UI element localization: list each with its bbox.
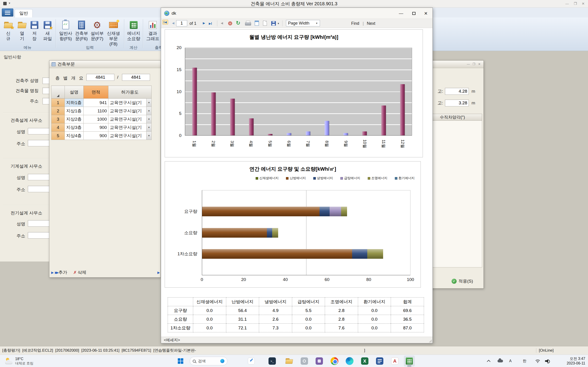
close-icon[interactable]: ✕ — [477, 62, 481, 66]
word-app-icon[interactable] — [374, 356, 385, 367]
header-cell — [168, 298, 193, 306]
edge-icon[interactable] — [344, 356, 355, 367]
export-caret-icon[interactable]: ▼ — [277, 22, 279, 25]
equipment-section-button[interactable]: ⚙ 설비부 문(F7) — [90, 19, 105, 41]
building-section-button[interactable]: 건축부 문(F6) — [74, 19, 89, 41]
zoom-select[interactable]: Page Width ▼ — [286, 20, 320, 26]
dropdown-arrow-icon[interactable]: ▼ — [146, 115, 151, 123]
row-number[interactable]: 5 — [52, 132, 65, 140]
resize-grip[interactable] — [428, 339, 432, 342]
floor-area-cell[interactable]: 941 — [84, 99, 108, 107]
main-titlebar[interactable]: ▾ 건축물 에너지 소비 총량제 Ver 2018.901.3 — ❐ ✕ — [0, 0, 588, 8]
floor-area-cell[interactable]: 900 — [84, 132, 108, 140]
height-input-2[interactable] — [445, 100, 469, 106]
back-icon[interactable]: ◀ — [221, 21, 223, 25]
use-combo-cell[interactable]: 교육연구시설(기▼ — [108, 99, 152, 107]
system-app-icon[interactable] — [299, 356, 310, 367]
height-input-1[interactable] — [445, 88, 469, 95]
first-page-button[interactable]: ◀ — [162, 20, 168, 25]
maximize-icon[interactable] — [410, 10, 418, 17]
restore-icon[interactable]: ❐ — [472, 62, 476, 66]
dropdown-arrow-icon[interactable]: ▼ — [146, 99, 151, 107]
volume-icon[interactable] — [543, 356, 553, 367]
renewable-section-button[interactable]: 신재생 부문(F8) — [105, 19, 122, 47]
minimize-icon[interactable]: — — [467, 62, 470, 66]
print-layout-icon[interactable] — [255, 21, 259, 26]
row-number[interactable]: 4 — [52, 123, 65, 132]
terminal-app-icon[interactable]: >_ — [267, 356, 278, 367]
hamburger-menu-button[interactable] — [2, 8, 13, 17]
use-combo-cell[interactable]: 교육연구시설(기▼ — [108, 132, 152, 140]
tab-general[interactable]: 일반 — [15, 9, 33, 17]
use-combo-cell[interactable]: 교육연구시설(기▼ — [108, 107, 152, 115]
maximize-icon[interactable]: ❐ — [572, 1, 578, 6]
apply-button[interactable]: ✓ 적용(S) — [451, 278, 473, 284]
floor-name-cell[interactable]: 지상2층 — [65, 115, 84, 123]
excel-icon[interactable]: X — [359, 356, 370, 367]
floor-name-cell[interactable]: 지상1층 — [65, 107, 84, 115]
address-label: 주소 — [9, 98, 39, 104]
page-setup-icon[interactable] — [263, 21, 267, 26]
delete-row-button[interactable]: ✗ 삭제 — [73, 269, 86, 275]
floor-area-input-1[interactable] — [86, 74, 114, 81]
scroll-left-icon[interactable]: ▶ — [51, 271, 52, 274]
minimize-icon[interactable]: — — [397, 10, 405, 17]
floor-name-cell[interactable]: 지상4층 — [65, 132, 84, 140]
search-input[interactable]: 검색 — [190, 357, 227, 365]
chrome-icon[interactable] — [329, 356, 340, 367]
new-button[interactable]: ★ 신 규 — [2, 19, 15, 41]
add-row-button[interactable]: ▶▶ 추가 — [55, 269, 67, 275]
dropdown-arrow-icon[interactable]: ▼ — [146, 132, 151, 140]
print-icon[interactable] — [245, 21, 251, 26]
tray-lang-a[interactable]: A — [506, 356, 515, 367]
floor-name-cell[interactable]: 지상3층 — [65, 123, 84, 132]
last-page-button[interactable]: ▶ — [209, 22, 212, 25]
tray-ime-korean[interactable]: 한 — [519, 356, 530, 367]
floor-name-cell[interactable]: 지하1층 — [65, 99, 84, 107]
stop-icon[interactable]: ✕ — [228, 21, 232, 25]
pen-app-icon[interactable] — [246, 356, 257, 367]
close-icon[interactable]: ✕ — [422, 10, 430, 17]
purple-app-icon[interactable] — [314, 356, 325, 367]
row-number[interactable]: 1 — [52, 99, 65, 107]
page-number-input[interactable] — [176, 20, 187, 26]
previous-page-icon[interactable]: ◀ — [172, 21, 174, 25]
use-combo-cell[interactable]: 교육연구시설(기▼ — [108, 115, 152, 123]
new-file-button[interactable]: ★ 새 파일 — [41, 19, 54, 41]
tray-cloud-icon[interactable] — [495, 356, 505, 367]
weather-widget[interactable]: 18°C 대체로 흐림 — [5, 357, 33, 365]
row-number[interactable]: 3 — [52, 115, 65, 123]
file-explorer-icon[interactable] — [284, 356, 295, 367]
energy-app-icon[interactable] — [404, 356, 415, 367]
floor-area-input-2[interactable] — [122, 74, 150, 81]
next-button[interactable]: Next — [367, 21, 375, 26]
building-window-titlebar[interactable]: 건축부문 — [49, 60, 161, 68]
export-icon[interactable] — [271, 21, 276, 26]
row-number[interactable]: 2 — [52, 107, 65, 115]
minimize-icon[interactable]: — — [564, 1, 570, 6]
next-page-icon[interactable]: ▶ — [203, 21, 205, 25]
save-button[interactable]: 저 장 — [28, 19, 41, 41]
use-combo-cell[interactable]: 교육연구시설(기▼ — [108, 123, 152, 132]
close-icon[interactable]: ✕ — [580, 1, 586, 6]
access-app-icon[interactable]: A — [389, 356, 400, 367]
dropdown-arrow-icon[interactable]: ▼ — [146, 107, 151, 115]
general-info-button[interactable]: 일반사 항(F5) — [58, 19, 73, 41]
result-graph-button[interactable]: 결과 그래프 — [145, 19, 161, 41]
start-button[interactable] — [175, 356, 186, 367]
wifi-icon[interactable] — [532, 356, 543, 367]
chart1-xlabel: 3월 — [229, 141, 235, 147]
refresh-icon[interactable]: ↻ — [236, 21, 240, 25]
floor-area-cell[interactable]: 1000 — [84, 115, 108, 123]
floor-area-cell[interactable]: 900 — [84, 123, 108, 132]
dropdown-arrow-icon[interactable]: ▼ — [146, 123, 151, 131]
report-window-titlebar[interactable]: dk — [161, 8, 432, 19]
value-cell: 0.0 — [193, 324, 226, 332]
find-button[interactable]: Find — [351, 21, 359, 26]
scroll-right-icon[interactable]: ▶ — [157, 271, 159, 274]
open-button[interactable]: 열 기 — [16, 19, 28, 41]
clock[interactable]: 오전 3:47 2023-06-11 — [567, 357, 585, 366]
energy-calc-button[interactable]: 에너지 소요량 — [126, 19, 142, 41]
tray-expand-chevron[interactable] — [484, 356, 493, 367]
floor-area-cell[interactable]: 1100 — [84, 107, 108, 115]
